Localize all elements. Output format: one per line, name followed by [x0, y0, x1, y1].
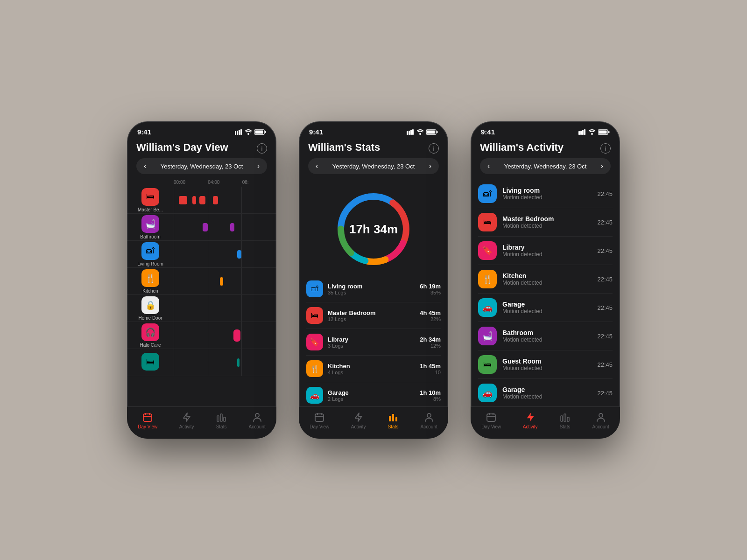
svg-rect-3 — [240, 129, 242, 135]
svg-rect-34 — [389, 416, 391, 421]
svg-rect-1 — [237, 131, 238, 135]
icon-box-homedoor: 🔒 — [141, 296, 159, 314]
app-header-3: William's Activity i — [471, 138, 620, 158]
tick-2: 08: — [242, 180, 276, 185]
stats-icon-master: 🛏 — [306, 307, 323, 324]
activity-event-garage: Motion detected — [502, 308, 597, 315]
app-title-2: William's Stats — [308, 141, 380, 154]
room-label-homedoor: Home Door — [138, 315, 162, 321]
stats-icon-garage: 🚗 — [306, 387, 323, 404]
person-icon-2 — [423, 412, 435, 423]
nav-stats-3[interactable]: Stats — [559, 412, 571, 429]
date-text-3: Yesterday, Wednesday, 23 Oct — [504, 163, 587, 170]
prev-arrow-3[interactable]: ‹ — [487, 162, 490, 170]
date-nav-1[interactable]: ‹ Yesterday, Wednesday, 23 Oct › — [136, 158, 267, 174]
date-nav-3[interactable]: ‹ Yesterday, Wednesday, 23 Oct › — [480, 158, 611, 174]
room-row-master: 🛏 Master Be... — [127, 187, 276, 214]
svg-rect-51 — [564, 414, 566, 421]
nav-activity-2[interactable]: Activity — [351, 412, 366, 429]
svg-rect-6 — [255, 130, 263, 133]
svg-rect-14 — [224, 417, 226, 421]
stats-name-library: Library — [328, 336, 420, 343]
nav-label-stats-3: Stats — [560, 424, 571, 429]
room-icon-bathroom: 🛁 Bathroom — [127, 213, 174, 241]
svg-point-37 — [427, 413, 431, 417]
nav-activity-3[interactable]: Activity — [523, 412, 538, 429]
nav-label-account-3: Account — [592, 424, 609, 429]
calendar-icon-1 — [142, 412, 153, 423]
stats-percent-living: 35% — [420, 290, 441, 295]
stats-item-kitchen: 🍴 Kitchen 4 Logs 1h 45m 10 — [306, 356, 441, 382]
donut-container: 17h 34m — [299, 180, 448, 276]
person-icon-1 — [252, 412, 263, 423]
nav-label-stats-1: Stats — [216, 424, 227, 429]
nav-day-view-2[interactable]: Day View — [310, 412, 329, 429]
status-icons-2 — [407, 129, 438, 135]
room-icon-guest: 🛏 — [127, 351, 174, 374]
stats-name-kitchen: Kitchen — [328, 363, 420, 370]
nav-day-view-3[interactable]: Day View — [481, 412, 501, 429]
nav-day-view-1[interactable]: Day View — [138, 412, 157, 429]
date-text-2: Yesterday, Wednesday, 23 Oct — [332, 163, 415, 170]
svg-rect-40 — [582, 130, 584, 135]
stats-duration-library: 2h 34m — [420, 336, 441, 343]
status-time-2: 9:41 — [309, 128, 323, 136]
nav-label-stats-2: Stats — [388, 424, 399, 429]
nav-label-account-2: Account — [421, 424, 437, 429]
icon-box-bathroom: 🛁 — [141, 215, 159, 233]
bottom-nav-3: Day View Activity Stats Account — [471, 406, 620, 439]
next-arrow-2[interactable]: › — [429, 162, 431, 170]
info-icon-1[interactable]: i — [257, 143, 267, 154]
person-icon-3 — [595, 412, 606, 423]
svg-rect-16 — [407, 131, 408, 135]
svg-point-42 — [591, 133, 593, 135]
donut-time: 17h 34m — [349, 222, 398, 237]
svg-rect-50 — [561, 416, 563, 421]
activity-info-bathroom: Bathroom Motion detected — [502, 329, 597, 343]
date-nav-2[interactable]: ‹ Yesterday, Wednesday, 23 Oct › — [308, 158, 439, 174]
nav-stats-1[interactable]: Stats — [216, 412, 227, 429]
date-text-1: Yesterday, Wednesday, 23 Oct — [161, 163, 243, 170]
info-icon-3[interactable]: i — [600, 143, 611, 154]
prev-arrow-2[interactable]: ‹ — [316, 162, 318, 170]
nav-activity-1[interactable]: Activity — [179, 412, 194, 429]
activity-icon-living: 🛋 — [478, 184, 497, 203]
activity-content: 🛋 Living room Motion detected 22:45 🛏 Ma… — [471, 180, 620, 406]
next-arrow-3[interactable]: › — [601, 162, 603, 170]
next-arrow-1[interactable]: › — [257, 162, 260, 170]
phone-stats: 9:41 William's Stats i ‹ Yesterday, Wedn… — [299, 121, 448, 439]
activity-time-master: 22:45 — [597, 219, 613, 226]
nav-label-account-1: Account — [249, 424, 266, 429]
calendar-icon-2 — [314, 412, 325, 423]
room-row-homedoor: 🔒 Home Door — [127, 295, 276, 322]
activity-event-library: Motion detected — [502, 251, 597, 258]
svg-rect-17 — [409, 131, 410, 135]
bolt-icon-3 — [525, 412, 536, 423]
svg-point-15 — [255, 413, 259, 417]
tick-0: 00:00 — [174, 180, 208, 185]
prev-arrow-1[interactable]: ‹ — [144, 162, 146, 170]
stats-name-living: Living room — [328, 283, 420, 290]
svg-rect-35 — [392, 414, 394, 421]
activity-time-library: 22:45 — [597, 247, 613, 254]
activity-room-kitchen: Kitchen — [502, 272, 597, 280]
activity-item-master-bedroom: 🛏 Master Bedroom Motion detected 22:45 — [478, 208, 613, 237]
nav-stats-2[interactable]: Stats — [388, 412, 399, 429]
svg-rect-39 — [580, 131, 582, 135]
activity-room-bathroom: Bathroom — [502, 329, 597, 336]
activity-time-living: 22:45 — [597, 190, 613, 197]
status-time-1: 9:41 — [137, 128, 151, 136]
svg-rect-8 — [143, 414, 152, 421]
nav-account-2[interactable]: Account — [421, 412, 437, 429]
nav-account-1[interactable]: Account — [249, 412, 266, 429]
timeline-halo — [174, 322, 276, 349]
activity-icon-garage2: 🚗 — [478, 384, 497, 402]
svg-point-20 — [419, 133, 421, 135]
room-icon-kitchen: 🍴 Kitchen — [127, 267, 174, 295]
stats-content: 17h 34m 🛋 Living room 35 Logs 6h 19m 35% — [299, 180, 448, 406]
nav-account-3[interactable]: Account — [592, 412, 609, 429]
info-icon-2[interactable]: i — [429, 143, 439, 154]
stats-info-library: Library 3 Logs — [328, 336, 420, 349]
room-row-kitchen: 🍴 Kitchen — [127, 268, 276, 295]
svg-rect-41 — [584, 129, 585, 135]
